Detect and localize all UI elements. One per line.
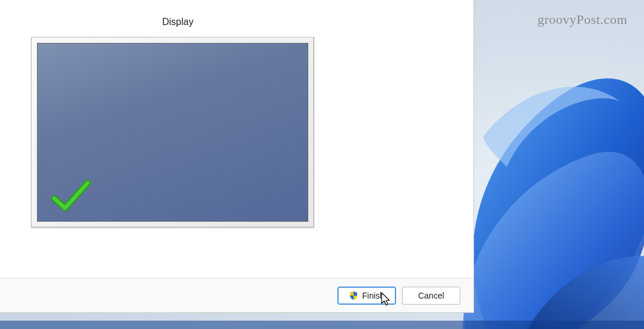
dialog-body: Display	[0, 0, 473, 278]
display-preview-screen	[37, 43, 308, 222]
finish-button[interactable]: Finish	[338, 287, 396, 305]
taskbar[interactable]	[0, 321, 644, 329]
cancel-button-label: Cancel	[418, 291, 444, 300]
finish-button-label: Finish	[362, 291, 384, 300]
calibration-dialog: Display	[0, 0, 474, 313]
dialog-button-bar: Finish Cancel	[0, 278, 473, 312]
desktop: groovyPost.com Display	[0, 0, 644, 329]
watermark-text: groovyPost.com	[537, 12, 627, 27]
section-title-display: Display	[162, 17, 193, 27]
display-preview-frame	[31, 37, 314, 228]
cancel-button[interactable]: Cancel	[402, 287, 460, 305]
uac-shield-icon	[349, 291, 358, 300]
checkmark-icon	[51, 178, 92, 214]
